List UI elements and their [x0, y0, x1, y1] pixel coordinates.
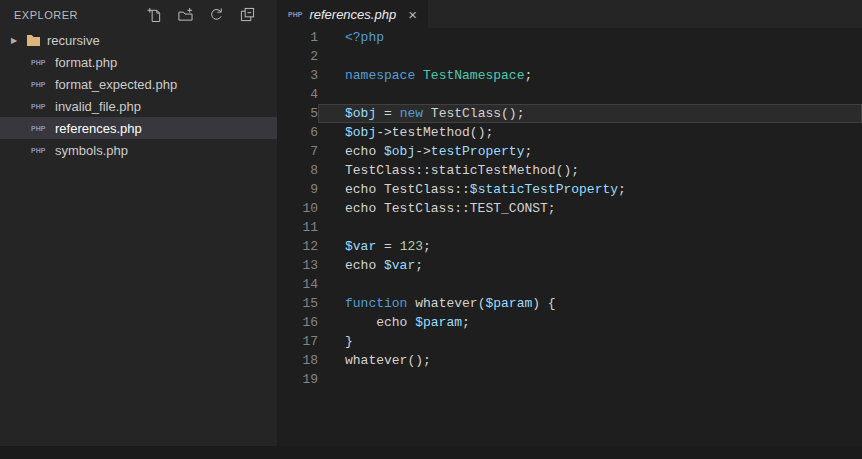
- line-number: 18: [277, 351, 318, 370]
- line-content: [318, 47, 862, 66]
- line-content: function whatever($param) {: [318, 294, 862, 313]
- php-file-icon: PHP: [288, 11, 302, 18]
- file-label: symbols.php: [55, 143, 128, 158]
- line-content: }: [318, 332, 862, 351]
- php-file-icon: PHP: [31, 59, 48, 66]
- code-line-8[interactable]: 8TestClass::staticTestMethod();: [277, 161, 862, 180]
- tab-bar: PHP references.php ×: [277, 0, 862, 28]
- file-label: references.php: [55, 121, 142, 136]
- line-number: 12: [277, 237, 318, 256]
- code-line-10[interactable]: 10echo TestClass::TEST_CONST;: [277, 199, 862, 218]
- tree-item-invalid_file-php[interactable]: PHPinvalid_file.php: [0, 95, 277, 117]
- php-file-icon: PHP: [31, 147, 48, 154]
- tree-item-symbols-php[interactable]: PHPsymbols.php: [0, 139, 277, 161]
- chevron-right-icon: ▶: [11, 36, 20, 45]
- explorer-sidebar: EXPLORER: [0, 0, 277, 446]
- code-line-11[interactable]: 11: [277, 218, 862, 237]
- line-number: 13: [277, 256, 318, 275]
- line-number: 2: [277, 47, 318, 66]
- tree-item-format_expected-php[interactable]: PHPformat_expected.php: [0, 73, 277, 95]
- line-content: echo $param;: [318, 313, 862, 332]
- line-number: 9: [277, 180, 318, 199]
- line-content: namespace TestNamespace;: [318, 66, 862, 85]
- line-content: $var = 123;: [318, 237, 862, 256]
- explorer-header: EXPLORER: [0, 0, 277, 29]
- line-number: 10: [277, 199, 318, 218]
- file-label: invalid_file.php: [55, 99, 141, 114]
- line-content: echo $obj->testProperty;: [318, 142, 862, 161]
- line-content: echo TestClass::$staticTestProperty;: [318, 180, 862, 199]
- new-folder-icon[interactable]: [177, 7, 193, 23]
- explorer-actions: [146, 7, 255, 23]
- line-number: 17: [277, 332, 318, 351]
- line-content: TestClass::staticTestMethod();: [318, 161, 862, 180]
- line-content: $obj = new TestClass();: [318, 104, 862, 123]
- code-line-1[interactable]: 1<?php: [277, 28, 862, 47]
- code-line-4[interactable]: 4: [277, 85, 862, 104]
- folder-icon: [26, 34, 41, 47]
- line-number: 4: [277, 85, 318, 104]
- line-number: 3: [277, 66, 318, 85]
- line-content: echo TestClass::TEST_CONST;: [318, 199, 862, 218]
- tab-label: references.php: [309, 7, 396, 22]
- editor-group: PHP references.php × 1<?php23namespace T…: [277, 0, 862, 446]
- code-line-2[interactable]: 2: [277, 47, 862, 66]
- bottom-edge: [0, 446, 862, 459]
- php-file-icon: PHP: [31, 81, 48, 88]
- line-content: [318, 85, 862, 104]
- new-file-icon[interactable]: [146, 7, 162, 23]
- tree-item-references-php[interactable]: PHPreferences.php: [0, 117, 277, 139]
- code-line-12[interactable]: 12$var = 123;: [277, 237, 862, 256]
- line-content: echo $var;: [318, 256, 862, 275]
- collapse-all-icon[interactable]: [239, 7, 255, 23]
- line-number: 7: [277, 142, 318, 161]
- code-line-3[interactable]: 3namespace TestNamespace;: [277, 66, 862, 85]
- file-label: format.php: [55, 55, 117, 70]
- line-number: 11: [277, 218, 318, 237]
- line-content: [318, 275, 862, 294]
- close-icon[interactable]: ×: [408, 7, 417, 22]
- line-content: [318, 218, 862, 237]
- line-number: 16: [277, 313, 318, 332]
- line-content: [318, 370, 862, 389]
- code-line-7[interactable]: 7echo $obj->testProperty;: [277, 142, 862, 161]
- line-number: 8: [277, 161, 318, 180]
- line-number: 6: [277, 123, 318, 142]
- code-line-13[interactable]: 13echo $var;: [277, 256, 862, 275]
- line-number: 19: [277, 370, 318, 389]
- refresh-icon[interactable]: [208, 7, 224, 23]
- code-line-5[interactable]: 5$obj = new TestClass();: [277, 104, 862, 123]
- code-line-17[interactable]: 17}: [277, 332, 862, 351]
- tree-item-format-php[interactable]: PHPformat.php: [0, 51, 277, 73]
- code-line-9[interactable]: 9echo TestClass::$staticTestProperty;: [277, 180, 862, 199]
- tab-references-php[interactable]: PHP references.php ×: [277, 0, 428, 28]
- php-file-icon: PHP: [31, 125, 48, 132]
- tree-item-recursive[interactable]: ▶recursive: [0, 29, 277, 51]
- line-content: whatever();: [318, 351, 862, 370]
- line-content: <?php: [318, 28, 862, 47]
- line-number: 14: [277, 275, 318, 294]
- file-label: recursive: [47, 33, 100, 48]
- code-line-19[interactable]: 19: [277, 370, 862, 389]
- code-area: 1<?php23namespace TestNamespace;45$obj =…: [277, 28, 862, 446]
- line-number: 1: [277, 28, 318, 47]
- code-line-15[interactable]: 15function whatever($param) {: [277, 294, 862, 313]
- vscode-window: EXPLORER: [0, 0, 862, 446]
- code-line-14[interactable]: 14: [277, 275, 862, 294]
- line-content: $obj->testMethod();: [318, 123, 862, 142]
- code-line-16[interactable]: 16 echo $param;: [277, 313, 862, 332]
- line-number: 5: [277, 104, 318, 123]
- code-line-6[interactable]: 6$obj->testMethod();: [277, 123, 862, 142]
- php-file-icon: PHP: [31, 103, 48, 110]
- explorer-title: EXPLORER: [14, 9, 78, 21]
- file-label: format_expected.php: [55, 77, 177, 92]
- code-line-18[interactable]: 18whatever();: [277, 351, 862, 370]
- file-tree: ▶recursivePHPformat.phpPHPformat_expecte…: [0, 29, 277, 446]
- line-number: 15: [277, 294, 318, 313]
